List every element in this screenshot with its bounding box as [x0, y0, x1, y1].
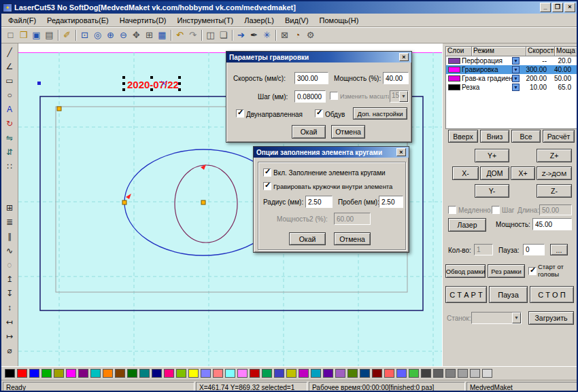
preview-icon[interactable]: ⊠ [278, 29, 291, 42]
palette-swatch[interactable] [433, 369, 443, 378]
jog-z-minus-button[interactable]: Z- [537, 184, 572, 198]
scale-combo[interactable]: 15 ▼ [390, 90, 409, 103]
z-home-button[interactable]: Z->ДОМ [537, 166, 572, 180]
count-field[interactable]: 1 [474, 244, 493, 255]
palette-swatch[interactable] [29, 369, 39, 378]
array-copy-icon[interactable]: ∷ [3, 160, 17, 173]
new-icon[interactable]: □ [4, 29, 17, 42]
palette-swatch[interactable] [421, 369, 431, 378]
pause-button[interactable]: Пауза [489, 286, 528, 303]
layer-all-button[interactable]: Все [511, 130, 541, 143]
more-options-button[interactable]: ... [550, 244, 568, 255]
zoom-select-icon[interactable]: ⊡ [78, 29, 91, 42]
jog-y-minus-button[interactable]: Y- [475, 184, 509, 198]
align-right-icon[interactable]: ↦ [3, 329, 17, 343]
palette-swatch[interactable] [299, 369, 309, 378]
palette-swatch[interactable] [360, 369, 370, 378]
palette-swatch[interactable] [347, 369, 358, 378]
palette-swatch[interactable] [139, 369, 150, 378]
ellipse-tool-icon[interactable]: ○ [3, 88, 17, 102]
palette-swatch[interactable] [458, 369, 468, 378]
palette-swatch[interactable] [54, 369, 64, 378]
palette-swatch[interactable] [188, 369, 199, 378]
menu-item-draw[interactable]: Начертить(D) [114, 14, 172, 26]
stop-button[interactable]: С Т О П [530, 286, 574, 303]
layer-up-button[interactable]: Вверх [448, 130, 478, 143]
layer-row[interactable]: Гравировка▼300.0040.00 [446, 65, 577, 74]
align-middle-icon[interactable]: ↕ [3, 301, 17, 315]
palette-swatch[interactable] [396, 369, 407, 378]
align-left-icon[interactable]: ↤ [3, 315, 17, 329]
menu-item-view[interactable]: Вид(V) [279, 14, 314, 26]
pause-field[interactable]: 0 [523, 244, 545, 255]
wand-icon[interactable]: ✐ [61, 29, 73, 42]
grid-icon[interactable]: ⊞ [143, 29, 156, 42]
slow-checkbox[interactable] [448, 206, 456, 214]
palette-swatch[interactable] [225, 369, 235, 378]
palette-swatch[interactable] [445, 369, 456, 378]
line-tool-icon[interactable]: ╱ [3, 46, 17, 59]
jog-x-minus-button[interactable]: X- [452, 166, 479, 180]
jog-x-plus-button[interactable]: X+ [511, 166, 535, 180]
zoom-in-icon[interactable]: ⊕ [104, 29, 117, 42]
palette-swatch[interactable] [250, 369, 260, 378]
image-icon[interactable]: ▦ [156, 29, 169, 42]
start-from-head-checkbox[interactable] [528, 267, 537, 275]
length-field[interactable]: 50.00 [539, 204, 572, 215]
palette-swatch[interactable] [237, 369, 248, 378]
engrave-ok-button[interactable]: Окай [292, 125, 326, 139]
layer-row[interactable]: Перфорация▼--20.0 [446, 56, 577, 65]
speed-field[interactable]: 300.00 [294, 72, 328, 84]
advanced-settings-button[interactable]: Доп. настройки [353, 107, 407, 120]
fill-circles-checkbox[interactable] [263, 168, 271, 177]
align-top-icon[interactable]: ↥ [3, 272, 17, 286]
layer-mode-dropdown[interactable]: ▼ [512, 57, 520, 65]
circle-dialog-titlebar[interactable]: Опции заполнения элемента кругами × [254, 147, 409, 158]
mirror-v-tool-icon[interactable]: ⇵ [3, 145, 17, 159]
scale-checkbox[interactable] [330, 92, 338, 100]
menu-item-help[interactable]: Помощь(H) [314, 14, 364, 26]
menu-item-file[interactable]: Файл(F) [3, 14, 41, 26]
rectangle-tool-icon[interactable]: ▭ [3, 74, 17, 88]
layer-mode-dropdown[interactable]: ▼ [512, 75, 520, 82]
jog-z-plus-button[interactable]: Z+ [537, 149, 572, 162]
palette-swatch[interactable] [164, 369, 174, 378]
palette-swatch[interactable] [17, 369, 27, 378]
layer-mode-dropdown[interactable]: ▼ [512, 66, 520, 73]
gap-field[interactable]: 2.50 [379, 196, 403, 208]
power2-field[interactable]: 60.00 [334, 213, 371, 225]
palette-swatch[interactable] [372, 369, 382, 378]
polyline-tool-icon[interactable]: ∠ [3, 60, 17, 73]
jog-y-plus-button[interactable]: Y+ [475, 149, 509, 162]
settings-icon[interactable]: ⚙ [304, 29, 317, 42]
palette-swatch[interactable] [409, 369, 419, 378]
palette-swatch[interactable] [213, 369, 223, 378]
palette-swatch[interactable] [5, 369, 15, 378]
palette-swatch[interactable] [152, 369, 162, 378]
redo-icon[interactable]: ↷ [186, 29, 199, 42]
zoom-out-icon[interactable]: ⊖ [117, 29, 130, 42]
cut-frame-button[interactable]: Рез рамки [488, 264, 525, 278]
ungroup-icon[interactable]: ❏ [217, 29, 230, 42]
open-icon[interactable]: ❒ [17, 29, 30, 42]
palette-swatch[interactable] [286, 369, 296, 378]
align-bottom-icon[interactable]: ↧ [3, 287, 17, 300]
engrave-dialog-titlebar[interactable]: Параметры гравировки × [226, 52, 411, 63]
layer-mode-dropdown[interactable]: ▼ [512, 84, 520, 91]
arrow-icon[interactable]: ➔ [235, 29, 248, 42]
blow-checkbox[interactable] [315, 109, 323, 118]
palette-swatch[interactable] [335, 369, 345, 378]
rotate-tool-icon[interactable]: ↻ [3, 117, 17, 130]
node-edit-icon[interactable]: ✳ [260, 29, 273, 42]
close-button[interactable]: × [564, 3, 575, 12]
bidirectional-checkbox[interactable] [236, 109, 244, 118]
title-bar[interactable]: ✦ LaserCut53 No SoftDog[MedvedMaket vk.c… [1, 1, 577, 14]
outline-frame-button[interactable]: Обвод рамки [445, 264, 486, 278]
minimize-button[interactable]: _ [540, 3, 551, 12]
hatch-lines-icon[interactable]: ≣ [3, 215, 17, 229]
palette-swatch[interactable] [201, 369, 211, 378]
palette-swatch[interactable] [274, 369, 284, 378]
gauge-icon[interactable]: ◔ [291, 29, 304, 42]
menu-item-laser[interactable]: Лазер(L) [239, 14, 279, 26]
palette-swatch[interactable] [127, 369, 137, 378]
